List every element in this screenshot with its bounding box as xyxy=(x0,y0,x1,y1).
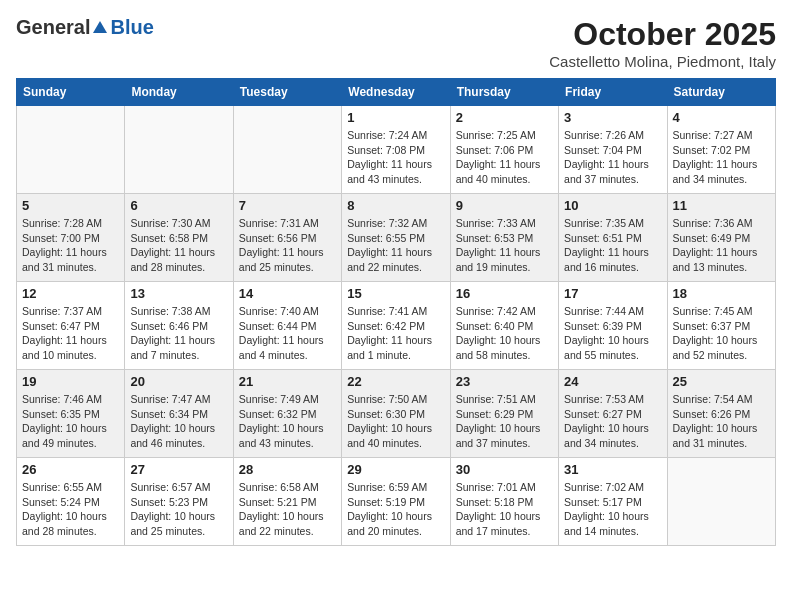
day-info: Sunrise: 7:38 AMSunset: 6:46 PMDaylight:… xyxy=(130,304,227,363)
day-info: Sunrise: 7:44 AMSunset: 6:39 PMDaylight:… xyxy=(564,304,661,363)
location-subtitle: Castelletto Molina, Piedmont, Italy xyxy=(549,53,776,70)
day-info: Sunrise: 7:01 AMSunset: 5:18 PMDaylight:… xyxy=(456,480,553,539)
day-number: 18 xyxy=(673,286,770,301)
day-header-thursday: Thursday xyxy=(450,79,558,106)
day-number: 29 xyxy=(347,462,444,477)
calendar-day-cell: 31Sunrise: 7:02 AMSunset: 5:17 PMDayligh… xyxy=(559,458,667,546)
day-number: 12 xyxy=(22,286,119,301)
day-number: 8 xyxy=(347,198,444,213)
calendar-day-cell: 19Sunrise: 7:46 AMSunset: 6:35 PMDayligh… xyxy=(17,370,125,458)
day-number: 28 xyxy=(239,462,336,477)
svg-marker-0 xyxy=(93,21,107,33)
day-info: Sunrise: 6:59 AMSunset: 5:19 PMDaylight:… xyxy=(347,480,444,539)
calendar-day-cell: 30Sunrise: 7:01 AMSunset: 5:18 PMDayligh… xyxy=(450,458,558,546)
calendar-day-cell: 1Sunrise: 7:24 AMSunset: 7:08 PMDaylight… xyxy=(342,106,450,194)
day-number: 11 xyxy=(673,198,770,213)
page-header: General Blue October 2025 Castelletto Mo… xyxy=(16,16,776,70)
day-info: Sunrise: 7:46 AMSunset: 6:35 PMDaylight:… xyxy=(22,392,119,451)
day-number: 20 xyxy=(130,374,227,389)
day-number: 10 xyxy=(564,198,661,213)
day-number: 3 xyxy=(564,110,661,125)
day-number: 26 xyxy=(22,462,119,477)
day-info: Sunrise: 7:27 AMSunset: 7:02 PMDaylight:… xyxy=(673,128,770,187)
calendar-day-cell: 4Sunrise: 7:27 AMSunset: 7:02 PMDaylight… xyxy=(667,106,775,194)
day-number: 7 xyxy=(239,198,336,213)
day-info: Sunrise: 7:32 AMSunset: 6:55 PMDaylight:… xyxy=(347,216,444,275)
calendar-day-cell: 2Sunrise: 7:25 AMSunset: 7:06 PMDaylight… xyxy=(450,106,558,194)
day-info: Sunrise: 7:37 AMSunset: 6:47 PMDaylight:… xyxy=(22,304,119,363)
day-info: Sunrise: 7:42 AMSunset: 6:40 PMDaylight:… xyxy=(456,304,553,363)
day-header-sunday: Sunday xyxy=(17,79,125,106)
day-info: Sunrise: 7:41 AMSunset: 6:42 PMDaylight:… xyxy=(347,304,444,363)
day-info: Sunrise: 7:51 AMSunset: 6:29 PMDaylight:… xyxy=(456,392,553,451)
calendar-week-row: 26Sunrise: 6:55 AMSunset: 5:24 PMDayligh… xyxy=(17,458,776,546)
calendar-day-cell: 28Sunrise: 6:58 AMSunset: 5:21 PMDayligh… xyxy=(233,458,341,546)
day-number: 23 xyxy=(456,374,553,389)
calendar-day-cell: 7Sunrise: 7:31 AMSunset: 6:56 PMDaylight… xyxy=(233,194,341,282)
calendar-day-cell: 5Sunrise: 7:28 AMSunset: 7:00 PMDaylight… xyxy=(17,194,125,282)
calendar-day-cell: 21Sunrise: 7:49 AMSunset: 6:32 PMDayligh… xyxy=(233,370,341,458)
day-info: Sunrise: 6:58 AMSunset: 5:21 PMDaylight:… xyxy=(239,480,336,539)
day-info: Sunrise: 7:45 AMSunset: 6:37 PMDaylight:… xyxy=(673,304,770,363)
day-info: Sunrise: 7:53 AMSunset: 6:27 PMDaylight:… xyxy=(564,392,661,451)
day-number: 24 xyxy=(564,374,661,389)
calendar-day-cell: 14Sunrise: 7:40 AMSunset: 6:44 PMDayligh… xyxy=(233,282,341,370)
calendar-week-row: 12Sunrise: 7:37 AMSunset: 6:47 PMDayligh… xyxy=(17,282,776,370)
day-header-saturday: Saturday xyxy=(667,79,775,106)
calendar-day-cell: 20Sunrise: 7:47 AMSunset: 6:34 PMDayligh… xyxy=(125,370,233,458)
day-info: Sunrise: 7:24 AMSunset: 7:08 PMDaylight:… xyxy=(347,128,444,187)
calendar-day-cell: 27Sunrise: 6:57 AMSunset: 5:23 PMDayligh… xyxy=(125,458,233,546)
calendar-day-cell: 15Sunrise: 7:41 AMSunset: 6:42 PMDayligh… xyxy=(342,282,450,370)
day-info: Sunrise: 6:55 AMSunset: 5:24 PMDaylight:… xyxy=(22,480,119,539)
day-number: 14 xyxy=(239,286,336,301)
day-info: Sunrise: 7:36 AMSunset: 6:49 PMDaylight:… xyxy=(673,216,770,275)
calendar-week-row: 19Sunrise: 7:46 AMSunset: 6:35 PMDayligh… xyxy=(17,370,776,458)
day-header-friday: Friday xyxy=(559,79,667,106)
title-block: October 2025 Castelletto Molina, Piedmon… xyxy=(549,16,776,70)
day-number: 30 xyxy=(456,462,553,477)
day-number: 13 xyxy=(130,286,227,301)
day-number: 6 xyxy=(130,198,227,213)
day-info: Sunrise: 7:30 AMSunset: 6:58 PMDaylight:… xyxy=(130,216,227,275)
day-header-monday: Monday xyxy=(125,79,233,106)
calendar-day-cell: 13Sunrise: 7:38 AMSunset: 6:46 PMDayligh… xyxy=(125,282,233,370)
calendar-day-cell xyxy=(125,106,233,194)
day-info: Sunrise: 7:28 AMSunset: 7:00 PMDaylight:… xyxy=(22,216,119,275)
calendar-day-cell: 22Sunrise: 7:50 AMSunset: 6:30 PMDayligh… xyxy=(342,370,450,458)
day-info: Sunrise: 7:50 AMSunset: 6:30 PMDaylight:… xyxy=(347,392,444,451)
calendar-table: SundayMondayTuesdayWednesdayThursdayFrid… xyxy=(16,78,776,546)
logo: General Blue xyxy=(16,16,154,39)
calendar-day-cell xyxy=(17,106,125,194)
calendar-day-cell: 10Sunrise: 7:35 AMSunset: 6:51 PMDayligh… xyxy=(559,194,667,282)
day-number: 19 xyxy=(22,374,119,389)
calendar-header-row: SundayMondayTuesdayWednesdayThursdayFrid… xyxy=(17,79,776,106)
day-number: 27 xyxy=(130,462,227,477)
calendar-day-cell: 23Sunrise: 7:51 AMSunset: 6:29 PMDayligh… xyxy=(450,370,558,458)
day-info: Sunrise: 7:02 AMSunset: 5:17 PMDaylight:… xyxy=(564,480,661,539)
day-number: 4 xyxy=(673,110,770,125)
day-info: Sunrise: 7:31 AMSunset: 6:56 PMDaylight:… xyxy=(239,216,336,275)
calendar-day-cell: 3Sunrise: 7:26 AMSunset: 7:04 PMDaylight… xyxy=(559,106,667,194)
logo-general-text: General xyxy=(16,16,90,39)
day-number: 15 xyxy=(347,286,444,301)
calendar-week-row: 1Sunrise: 7:24 AMSunset: 7:08 PMDaylight… xyxy=(17,106,776,194)
calendar-day-cell xyxy=(233,106,341,194)
day-info: Sunrise: 7:35 AMSunset: 6:51 PMDaylight:… xyxy=(564,216,661,275)
calendar-day-cell: 8Sunrise: 7:32 AMSunset: 6:55 PMDaylight… xyxy=(342,194,450,282)
calendar-day-cell: 16Sunrise: 7:42 AMSunset: 6:40 PMDayligh… xyxy=(450,282,558,370)
calendar-day-cell xyxy=(667,458,775,546)
calendar-day-cell: 25Sunrise: 7:54 AMSunset: 6:26 PMDayligh… xyxy=(667,370,775,458)
calendar-day-cell: 24Sunrise: 7:53 AMSunset: 6:27 PMDayligh… xyxy=(559,370,667,458)
day-number: 1 xyxy=(347,110,444,125)
day-info: Sunrise: 7:25 AMSunset: 7:06 PMDaylight:… xyxy=(456,128,553,187)
day-info: Sunrise: 7:40 AMSunset: 6:44 PMDaylight:… xyxy=(239,304,336,363)
day-number: 5 xyxy=(22,198,119,213)
logo-icon xyxy=(91,19,109,37)
day-info: Sunrise: 7:26 AMSunset: 7:04 PMDaylight:… xyxy=(564,128,661,187)
day-number: 25 xyxy=(673,374,770,389)
calendar-day-cell: 26Sunrise: 6:55 AMSunset: 5:24 PMDayligh… xyxy=(17,458,125,546)
day-number: 16 xyxy=(456,286,553,301)
calendar-day-cell: 29Sunrise: 6:59 AMSunset: 5:19 PMDayligh… xyxy=(342,458,450,546)
day-info: Sunrise: 7:33 AMSunset: 6:53 PMDaylight:… xyxy=(456,216,553,275)
day-number: 31 xyxy=(564,462,661,477)
